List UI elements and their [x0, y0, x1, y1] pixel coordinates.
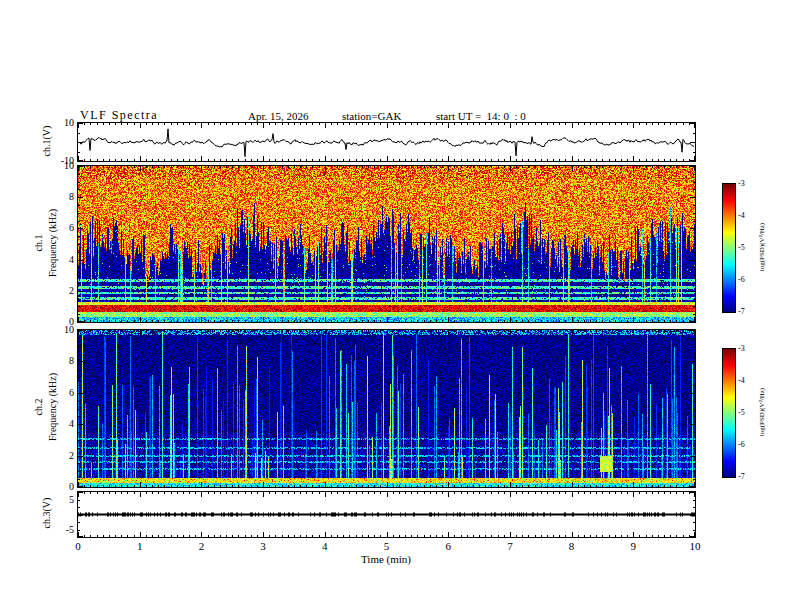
- colorbar-tick-label: -3: [738, 179, 745, 188]
- x-tick-label: 1: [137, 540, 143, 552]
- x-tick-label: 5: [384, 540, 390, 552]
- colorbar-tick-label: -7: [738, 307, 745, 316]
- y-tick-label: 0: [40, 481, 74, 492]
- ch3-waveform-panel: [77, 491, 696, 538]
- y-tick-label: 6: [40, 222, 74, 233]
- colorbar-tick-label: -4: [738, 376, 745, 385]
- figure-title: VLF Spectra: [80, 108, 158, 123]
- colorbar-tick-label: -6: [738, 275, 745, 284]
- x-tick-label: 9: [631, 540, 637, 552]
- x-tick-label: 3: [260, 540, 266, 552]
- x-tick-label: 4: [322, 540, 328, 552]
- ch1-waveform-canvas: [78, 123, 695, 161]
- ch1-spectrogram-canvas: [78, 166, 695, 322]
- ch1-colorbar-canvas: [723, 184, 735, 312]
- y-tick-label: -5: [40, 524, 74, 535]
- y-tick-label: 10: [40, 117, 74, 128]
- ch1-waveform-panel: [77, 122, 696, 162]
- ch2-colorbar: [722, 348, 736, 478]
- y-tick-label: 2: [40, 450, 74, 461]
- colorbar-tick-label: -4: [738, 211, 745, 220]
- ch2-spectrogram-panel: [77, 329, 696, 488]
- colorbar-tick-label: -5: [738, 408, 745, 417]
- x-tick-label: 2: [199, 540, 205, 552]
- x-tick-label: 7: [507, 540, 513, 552]
- x-axis-label: Time (min): [361, 553, 411, 565]
- x-tick-label: 0: [75, 540, 81, 552]
- ch2-spectrogram-canvas: [78, 330, 695, 487]
- vlf-spectra-figure: VLF Spectra Apr. 15, 2026 station=GAK st…: [0, 0, 792, 612]
- y-tick-label: 8: [40, 191, 74, 202]
- y-tick-label: 10: [40, 160, 74, 171]
- header-station: station=GAK: [342, 110, 401, 122]
- ch1-spectrogram-panel: [77, 165, 696, 323]
- ch1-colorbar: [722, 183, 736, 313]
- ch3-waveform-canvas: [78, 492, 695, 537]
- x-tick-label: 6: [445, 540, 451, 552]
- colorbar-tick-label: -5: [738, 243, 745, 252]
- header-date: Apr. 15, 2026: [248, 110, 309, 122]
- colorbar-tick-label: -7: [738, 472, 745, 481]
- y-tick-label: 4: [40, 254, 74, 265]
- header-start-ut: start UT = 14: 0 : 0: [436, 110, 526, 122]
- x-tick-label: 8: [569, 540, 575, 552]
- y-tick-label: 8: [40, 355, 74, 366]
- y-tick-label: 6: [40, 387, 74, 398]
- colorbar-tick-label: -6: [738, 440, 745, 449]
- y-tick-label: 10: [40, 324, 74, 335]
- y-tick-label: 5: [40, 494, 74, 505]
- y-tick-label: 4: [40, 418, 74, 429]
- y-tick-label: 2: [40, 285, 74, 296]
- colorbar-tick-label: -3: [738, 344, 745, 353]
- ch2-colorbar-canvas: [723, 349, 735, 477]
- x-tick-label: 10: [690, 540, 701, 552]
